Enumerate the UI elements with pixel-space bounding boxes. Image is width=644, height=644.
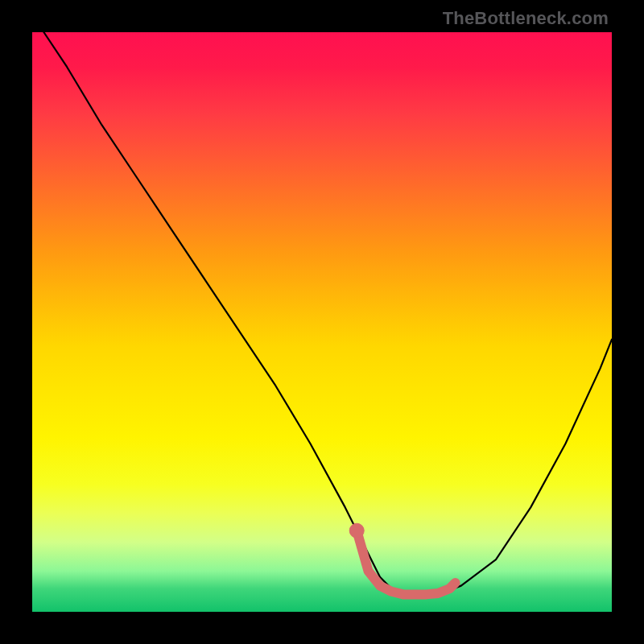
plot-area: [32, 32, 612, 612]
curve-svg: [32, 32, 612, 612]
optimal-zone-highlight: [357, 530, 455, 594]
optimal-start-marker: [349, 523, 364, 538]
chart-container: TheBottleneck.com: [0, 0, 644, 644]
watermark-text: TheBottleneck.com: [443, 8, 609, 29]
bottleneck-curve: [43, 32, 612, 597]
